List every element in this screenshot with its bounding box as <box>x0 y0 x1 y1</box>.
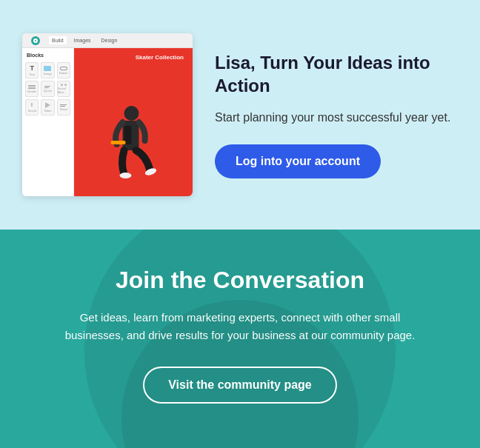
mockup-tab-design: Design <box>99 36 121 44</box>
mockup-tab-images: Images <box>71 36 94 44</box>
mockup-toolbar: Build Images Design <box>22 33 193 48</box>
button-icon <box>60 67 67 70</box>
top-heading: Lisa, Turn Your Ideas into Action <box>215 51 458 97</box>
mockup-block-text: T Text <box>25 62 39 78</box>
more-icon <box>61 84 67 86</box>
block-label: Read <box>60 107 67 111</box>
skater-figure <box>110 100 158 196</box>
block-label: Text <box>29 73 34 76</box>
text-icon: T <box>30 64 34 72</box>
mockup-block-share: ⬆ Social <box>25 99 39 116</box>
svg-point-4 <box>120 173 132 178</box>
readmore-icon <box>60 104 67 107</box>
mockup-sidebar: Blocks T Text Image Butto <box>22 48 74 196</box>
mockup-tab-build: Build <box>49 36 67 44</box>
block-label: Divider <box>27 90 36 93</box>
mockup-block-video: Video <box>41 99 54 116</box>
svg-rect-3 <box>111 141 126 144</box>
video-icon <box>45 102 50 108</box>
top-section: Build Images Design Blocks T Text <box>0 0 480 230</box>
block-label: Button <box>59 71 68 75</box>
mockup-sidebar-title: Blocks <box>25 53 70 58</box>
mockup-logo <box>31 36 40 45</box>
mockup-block-readmore: Read <box>57 99 70 116</box>
login-button[interactable]: Log into your account <box>215 144 381 178</box>
block-label: Video <box>44 109 51 113</box>
mockup-preview: Build Images Design Blocks T Text <box>22 33 193 196</box>
block-label: Quote <box>44 89 52 93</box>
top-subtext: Start planning your most successful year… <box>215 109 458 127</box>
mockup-block-more: Social More <box>57 81 70 97</box>
image-icon <box>44 66 51 71</box>
community-button[interactable]: Visit the community page <box>143 367 337 404</box>
mockup-block-quote: Quote <box>41 81 54 97</box>
block-label: Social More <box>58 87 70 94</box>
bottom-heading: Join the Conversation <box>44 267 436 294</box>
divider-icon <box>28 85 36 89</box>
bottom-section: Join the Conversation Get ideas, learn f… <box>0 230 480 448</box>
top-content: Lisa, Turn Your Ideas into Action Start … <box>215 51 458 178</box>
mockup-card: Skater Collection <box>74 48 193 196</box>
svg-point-0 <box>124 106 139 121</box>
mockup-card-title: Skater Collection <box>80 54 187 61</box>
share-icon: ⬆ <box>30 102 34 108</box>
mockup-block-image: Image <box>41 62 54 78</box>
mockup-block-divider: Divider <box>25 81 39 97</box>
bottom-subtext: Get ideas, learn from marketing experts,… <box>62 309 418 344</box>
mockup-block-button: Button <box>57 62 70 78</box>
bottom-content: Join the Conversation Get ideas, learn f… <box>44 267 436 404</box>
block-label: Image <box>44 72 52 76</box>
quote-icon <box>44 86 50 88</box>
block-label: Social <box>28 109 36 113</box>
mockup-canvas: Skater Collection <box>74 48 193 196</box>
